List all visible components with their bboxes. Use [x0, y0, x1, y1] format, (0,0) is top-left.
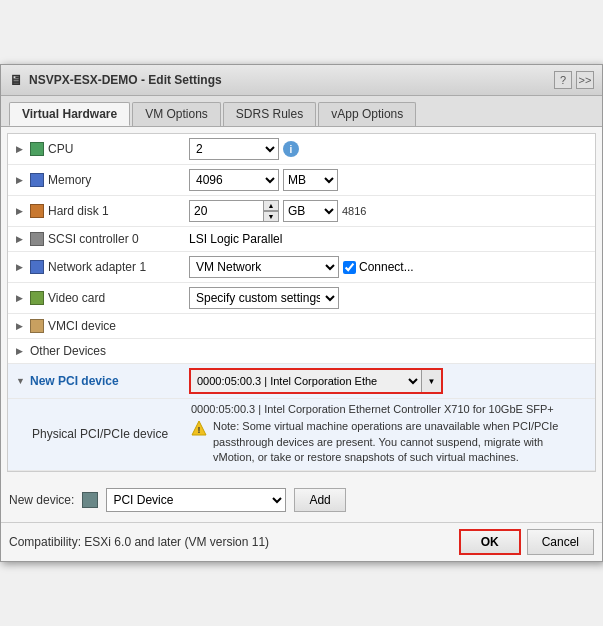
cpu-value-cell: 2 i	[183, 134, 595, 165]
video-icon	[30, 291, 44, 305]
table-row: Physical PCI/PCIe device 0000:05:00.3 | …	[8, 399, 595, 470]
vmci-label-cell: ▶ VMCI device	[8, 314, 183, 339]
memory-unit-select[interactable]: MB	[283, 169, 338, 191]
warning-icon: !	[191, 420, 207, 436]
scsi-expand-arrow[interactable]: ▶	[16, 234, 26, 244]
table-row: ▶ Hard disk 1 ▲ ▼	[8, 196, 595, 227]
new-pci-section-row: ▼ New PCI device 0000:05:00.3 | Intel Co…	[8, 364, 595, 399]
table-row: ▶ Other Devices	[8, 339, 595, 364]
menu-button[interactable]: >>	[576, 71, 594, 89]
cpu-label: CPU	[48, 142, 73, 156]
video-label-cell: ▶ Video card	[8, 283, 183, 314]
other-value-cell	[183, 339, 595, 364]
bottom-bar: Compatibility: ESXi 6.0 and later (VM ve…	[1, 522, 602, 561]
vmci-expand-arrow[interactable]: ▶	[16, 321, 26, 331]
dialog-action-buttons: OK Cancel	[459, 529, 594, 555]
harddisk-side-number: 4816	[342, 205, 366, 217]
table-row: ▶ VMCI device	[8, 314, 595, 339]
new-device-label: New device:	[9, 493, 74, 507]
pci-device-label: Physical PCI/PCIe device	[32, 427, 168, 441]
cpu-icon	[30, 142, 44, 156]
other-label-cell: ▶ Other Devices	[8, 339, 183, 364]
pci-device-label-cell: Physical PCI/PCIe device	[8, 399, 183, 470]
memory-label: Memory	[48, 173, 91, 187]
harddisk-icon	[30, 204, 44, 218]
harddisk-label-cell: ▶ Hard disk 1	[8, 196, 183, 227]
network-connect-checkbox[interactable]	[343, 261, 356, 274]
tab-vapp-options[interactable]: vApp Options	[318, 102, 416, 126]
ok-button[interactable]: OK	[459, 529, 521, 555]
vmci-label: VMCI device	[48, 319, 116, 333]
cpu-label-cell: ▶ CPU	[8, 134, 183, 165]
scsi-value-cell: LSI Logic Parallel	[183, 227, 595, 252]
harddisk-label: Hard disk 1	[48, 204, 109, 218]
harddisk-unit-select[interactable]: GB	[283, 200, 338, 222]
harddisk-spin-down[interactable]: ▼	[263, 211, 279, 222]
scsi-icon	[30, 232, 44, 246]
tab-virtual-hardware[interactable]: Virtual Hardware	[9, 102, 130, 126]
scsi-label: SCSI controller 0	[48, 232, 139, 246]
add-device-button[interactable]: Add	[294, 488, 345, 512]
pci-device-icon	[82, 492, 98, 508]
network-expand-arrow[interactable]: ▶	[16, 262, 26, 272]
table-row: ▶ CPU 2 i	[8, 134, 595, 165]
help-button[interactable]: ?	[554, 71, 572, 89]
table-row: ▶ Memory 4096 MB	[8, 165, 595, 196]
network-label-cell: ▶ Network adapter 1	[8, 252, 183, 283]
other-label: Other Devices	[30, 344, 106, 358]
memory-value-cell: 4096 MB	[183, 165, 595, 196]
video-select[interactable]: Specify custom settings	[189, 287, 339, 309]
harddisk-expand-arrow[interactable]: ▶	[16, 206, 26, 216]
table-row: ▶ Video card Specify custom settings	[8, 283, 595, 314]
title-bar-actions: ? >>	[554, 71, 594, 89]
new-pci-expand-arrow[interactable]: ▼	[16, 376, 26, 386]
dialog-icon: 🖥	[9, 72, 23, 88]
pci-device-full-name: 0000:05:00.3 | Intel Corporation Etherne…	[191, 403, 587, 415]
pci-dropdown-button[interactable]: ▼	[421, 370, 441, 392]
cpu-info-icon[interactable]: i	[283, 141, 299, 157]
vmci-value-cell	[183, 314, 595, 339]
pci-info-cell: 0000:05:00.3 | Intel Corporation Etherne…	[183, 399, 595, 470]
pci-warning-text: Note: Some virtual machine operations ar…	[213, 419, 587, 465]
pci-device-select[interactable]: 0000:05:00.3 | Intel Corporation Ethe	[191, 370, 421, 392]
tab-sdrs-rules[interactable]: SDRS Rules	[223, 102, 316, 126]
scsi-label-cell: ▶ SCSI controller 0	[8, 227, 183, 252]
dialog-title: NSVPX-ESX-DEMO - Edit Settings	[29, 73, 222, 87]
memory-icon	[30, 173, 44, 187]
cancel-button[interactable]: Cancel	[527, 529, 594, 555]
video-label: Video card	[48, 291, 105, 305]
new-pci-select-cell: 0000:05:00.3 | Intel Corporation Ethe ▼	[183, 364, 595, 399]
title-bar: 🖥 NSVPX-ESX-DEMO - Edit Settings ? >>	[1, 65, 602, 96]
pci-select-wrapper: 0000:05:00.3 | Intel Corporation Ethe ▼	[189, 368, 443, 394]
compatibility-text: Compatibility: ESXi 6.0 and later (VM ve…	[9, 535, 269, 549]
scsi-type-text: LSI Logic Parallel	[189, 232, 282, 246]
pci-warning-box: ! Note: Some virtual machine operations …	[191, 419, 587, 465]
settings-content: ▶ CPU 2 i	[7, 133, 596, 471]
memory-expand-arrow[interactable]: ▶	[16, 175, 26, 185]
network-select[interactable]: VM Network	[189, 256, 339, 278]
network-label: Network adapter 1	[48, 260, 146, 274]
network-value-cell: VM Network Connect...	[183, 252, 595, 283]
memory-label-cell: ▶ Memory	[8, 165, 183, 196]
new-device-row: New device: PCI Device Add	[9, 484, 594, 516]
tab-bar: Virtual Hardware VM Options SDRS Rules v…	[1, 96, 602, 127]
memory-value-select[interactable]: 4096	[189, 169, 279, 191]
svg-text:!: !	[198, 425, 201, 435]
video-value-cell: Specify custom settings	[183, 283, 595, 314]
new-pci-label-cell: ▼ New PCI device	[8, 364, 183, 399]
cpu-count-select[interactable]: 2	[189, 138, 279, 160]
table-row: ▶ SCSI controller 0 LSI Logic Parallel	[8, 227, 595, 252]
tab-vm-options[interactable]: VM Options	[132, 102, 221, 126]
network-connect-label: Connect...	[343, 260, 414, 274]
cpu-expand-arrow[interactable]: ▶	[16, 144, 26, 154]
dialog-footer: New device: PCI Device Add	[1, 478, 602, 522]
new-device-type-select[interactable]: PCI Device	[106, 488, 286, 512]
network-icon	[30, 260, 44, 274]
harddisk-value-cell: ▲ ▼ GB 4816	[183, 196, 595, 227]
harddisk-spin-wrapper: ▲ ▼	[189, 200, 279, 222]
harddisk-spin-up[interactable]: ▲	[263, 200, 279, 211]
harddisk-spin-buttons: ▲ ▼	[263, 200, 279, 222]
title-bar-left: 🖥 NSVPX-ESX-DEMO - Edit Settings	[9, 72, 222, 88]
other-expand-arrow[interactable]: ▶	[16, 346, 26, 356]
video-expand-arrow[interactable]: ▶	[16, 293, 26, 303]
